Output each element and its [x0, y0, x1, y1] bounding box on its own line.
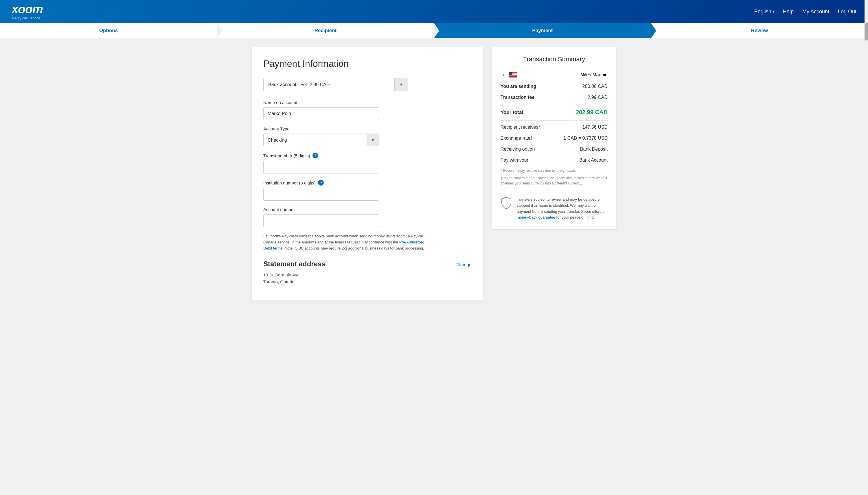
receiving-option-row: Receiving option Bank Deposit — [501, 144, 607, 155]
step-payment[interactable]: Payment — [434, 23, 651, 38]
help-link[interactable]: Help — [783, 9, 794, 15]
transaction-summary-title: Transaction Summary — [501, 55, 607, 63]
name-on-account-input[interactable] — [263, 107, 379, 120]
receiving-option-value: Bank Deposit — [580, 147, 607, 152]
main-content: Payment Information Bank account - Fee 2… — [246, 47, 622, 300]
page-title: Payment Information — [263, 58, 472, 69]
payment-method-select[interactable]: Bank account - Fee 2.99 CAD — [264, 78, 394, 91]
transit-number-help-icon[interactable]: ? — [313, 153, 318, 158]
name-on-account-group: Name on account — [263, 100, 472, 120]
money-back-guarantee-link[interactable]: money-back guarantee — [517, 215, 555, 220]
recipient-name: Miles Magpie — [580, 72, 607, 78]
statement-address-header: Statement address Change — [263, 260, 472, 270]
account-type-arrow-icon — [367, 134, 379, 146]
language-selector[interactable]: English ▾ — [754, 9, 774, 15]
pay-with-label: Pay with your — [501, 158, 528, 163]
institution-number-label: Institution number (3 digits) — [263, 181, 316, 185]
recipient-receives-amount: 147.56 USD — [582, 125, 607, 130]
fee-amount: 2.99 CAD — [588, 95, 607, 100]
exchange-rate-value: 1 CAD = 0.7378 USD — [563, 136, 607, 141]
transit-number-label-row: Transit number (5 digits) ? — [263, 153, 472, 158]
sending-amount: 200.00 CAD — [582, 84, 607, 89]
svg-rect-12 — [509, 77, 517, 78]
sending-label: You are sending — [501, 84, 536, 89]
svg-rect-7 — [509, 75, 517, 75]
authorization-text: I authorize PayPal to debit the above ba… — [263, 233, 431, 251]
pay-with-row: Pay with your Bank Account — [501, 155, 607, 166]
payment-form: Payment Information Bank account - Fee 2… — [252, 47, 483, 300]
account-number-label: Account number — [263, 207, 472, 212]
account-type-label: Account Type — [263, 126, 472, 131]
exchange-rate-label: Exchange rate† — [501, 136, 533, 141]
transit-number-group: Transit number (5 digits) ? — [263, 153, 472, 173]
logo: xoom A PayPal Service — [12, 3, 43, 20]
transit-number-label: Transit number (5 digits) — [263, 153, 310, 158]
exchange-rate-row: Exchange rate† 1 CAD = 0.7378 USD — [501, 133, 607, 144]
svg-rect-9 — [509, 76, 517, 76]
receiving-option-label: Receiving option — [501, 147, 535, 152]
scrollbar-thumb[interactable] — [865, 23, 868, 40]
transaction-summary: Transaction Summary To: — [492, 47, 616, 229]
guarantee-box: Transfers subject to review and may be d… — [501, 192, 607, 221]
payment-method-dropdown-button[interactable] — [394, 78, 408, 91]
sending-row: You are sending 200.00 CAD — [501, 81, 607, 92]
recipient-receives-row: Recipient receives* 147.56 USD — [501, 122, 607, 133]
institution-number-help-icon[interactable]: ? — [318, 180, 324, 186]
payment-method-selector[interactable]: Bank account - Fee 2.99 CAD — [263, 78, 408, 91]
summary-divider — [501, 104, 607, 104]
xoom-logo: xoom — [12, 3, 43, 15]
statement-address-section: Statement address Change 13 St Germain A… — [263, 260, 472, 285]
institution-number-group: Institution number (3 digits) ? — [263, 180, 472, 201]
fee-label: Transaction fee — [501, 95, 534, 100]
paypal-subtitle: A PayPal Service — [12, 16, 40, 20]
footnote-2: † *In addition to the transaction fee, X… — [501, 175, 607, 186]
account-type-selector[interactable]: Checking Savings — [263, 134, 379, 146]
scrollbar[interactable] — [865, 0, 868, 495]
us-flag-icon — [509, 72, 517, 78]
shield-icon — [501, 197, 512, 209]
name-on-account-label: Name on account — [263, 100, 472, 105]
svg-rect-11 — [509, 76, 517, 77]
progress-bar: Options Recipient Payment Review — [0, 23, 868, 38]
total-label: Your total — [501, 109, 523, 115]
institution-number-input[interactable] — [263, 188, 379, 201]
chevron-down-icon: ▾ — [772, 10, 774, 14]
step-review[interactable]: Review — [651, 23, 868, 38]
summary-divider-2 — [501, 120, 607, 121]
recipient-row: To: Mi — [501, 70, 607, 80]
pay-with-value: Bank Account — [579, 158, 607, 163]
recipient-label: To: — [501, 72, 517, 78]
recipient-receives-label: Recipient receives* — [501, 125, 540, 130]
account-type-group: Account Type Checking Savings — [263, 126, 472, 146]
total-amount: 202.99 CAD — [576, 109, 607, 116]
step-options[interactable]: Options — [0, 23, 217, 38]
svg-rect-13 — [509, 72, 513, 75]
statement-address-title: Statement address — [263, 260, 326, 268]
my-account-link[interactable]: My Account — [802, 9, 829, 15]
fee-row: Transaction fee 2.99 CAD — [501, 92, 607, 103]
transit-number-input[interactable] — [263, 161, 379, 173]
account-number-input[interactable] — [263, 214, 379, 227]
address-line1: 13 St Germain Ave — [263, 272, 472, 278]
step-recipient[interactable]: Recipient — [217, 23, 434, 38]
svg-rect-8 — [509, 75, 517, 76]
account-type-select[interactable]: Checking Savings — [264, 134, 367, 146]
address-line2: Toronto, Ontario — [263, 278, 472, 285]
header-nav: English ▾ Help My Account Log Out — [754, 9, 856, 15]
guarantee-text: Transfers subject to review and may be d… — [517, 197, 607, 221]
institution-number-label-row: Institution number (3 digits) ? — [263, 180, 472, 186]
log-out-link[interactable]: Log Out — [838, 9, 856, 15]
total-row: Your total 202.99 CAD — [501, 105, 607, 119]
account-number-group: Account number — [263, 207, 472, 227]
footnote-1: * Recipient may receive less due to fore… — [501, 168, 607, 173]
header: xoom A PayPal Service English ▾ Help My … — [0, 0, 868, 23]
change-address-link[interactable]: Change — [455, 262, 472, 268]
